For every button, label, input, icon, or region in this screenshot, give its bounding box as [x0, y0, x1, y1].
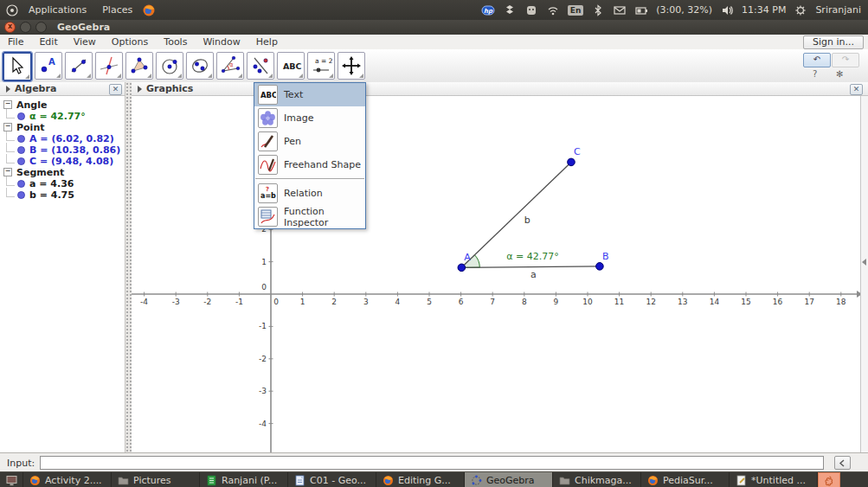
circle-tool-button[interactable] [156, 52, 183, 80]
collapse-toggle-icon[interactable]: − [3, 100, 12, 109]
visibility-bullet-icon[interactable] [17, 180, 25, 188]
workspace-highlight-button[interactable] [818, 472, 840, 487]
tool-dropdown-corner-icon[interactable] [299, 74, 303, 78]
firefox-indicator-icon[interactable] [142, 3, 156, 17]
visibility-bullet-icon[interactable] [17, 112, 25, 120]
window-titlebar[interactable]: x GeoGebra [0, 20, 868, 35]
menu-tools[interactable]: Tools [156, 36, 195, 48]
collapse-toggle-icon[interactable]: − [3, 123, 12, 131]
tool-dropdown-corner-icon[interactable] [238, 74, 242, 78]
taskbar-item-editing-g-[interactable]: Editing G... [376, 472, 465, 487]
preferences-gear-icon[interactable]: ✻ [836, 69, 843, 79]
menu-window[interactable]: Window [195, 36, 248, 48]
show-desktop-button[interactable] [0, 472, 23, 487]
polygon-tool-button[interactable] [125, 52, 153, 80]
panel-collapse-arrow-icon[interactable] [862, 259, 866, 266]
tool-dropdown-corner-icon[interactable] [359, 74, 363, 78]
reflect-tool-button[interactable] [247, 52, 274, 80]
taskbar-item-activity-2-[interactable]: Activity 2.... [23, 472, 112, 487]
point-A[interactable] [458, 264, 466, 272]
point-B[interactable] [596, 263, 604, 271]
visibility-bullet-icon[interactable] [17, 146, 25, 154]
keyboard-layout-indicator[interactable]: En [568, 5, 584, 16]
menu-edit[interactable]: Edit [31, 36, 65, 48]
tool-dropdown-corner-icon[interactable] [208, 74, 212, 78]
conic-tool-button[interactable] [186, 52, 214, 80]
tool-dropdown-corner-icon[interactable] [147, 74, 151, 78]
slider-tool-button[interactable]: a = 2 [307, 52, 335, 80]
visibility-bullet-icon[interactable] [17, 135, 25, 143]
clock[interactable]: 11:34 PM [742, 4, 786, 16]
distro-icon[interactable] [5, 3, 19, 17]
algebra-item[interactable]: a = 4.36 [3, 178, 125, 189]
window-close-button[interactable]: x [4, 22, 16, 33]
taskbar-item-pictures[interactable]: Pictures [112, 472, 200, 487]
taskbar-item-chikmaga-[interactable]: Chikmaga... [553, 472, 641, 487]
mail-icon[interactable] [613, 3, 627, 17]
tool-dropdown-corner-icon[interactable] [268, 74, 273, 78]
angle-tool-button[interactable]: α [216, 52, 244, 80]
menu-item-relation[interactable]: a=b?Relation [254, 182, 365, 205]
menu-item-image[interactable]: Image [254, 106, 365, 130]
graphics-canvas[interactable]: -4-3-2-10123456789101112131415161718210-… [132, 96, 861, 452]
taskbar-item-c01-geo-[interactable]: C01 - Geo... [288, 472, 376, 487]
window-minimize-button[interactable] [20, 22, 31, 33]
visibility-bullet-icon[interactable] [17, 157, 25, 165]
move-tool-button[interactable] [3, 52, 32, 81]
point-C[interactable] [568, 158, 575, 166]
algebra-item[interactable]: C = (9.48, 4.08) [3, 156, 125, 166]
algebra-item[interactable]: A = (6.02, 0.82) [3, 133, 125, 144]
menu-view[interactable]: View [66, 36, 104, 48]
tool-dropdown-corner-icon[interactable] [117, 74, 121, 78]
webcam-icon[interactable] [524, 3, 538, 17]
tool-dropdown-corner-icon[interactable] [56, 74, 61, 78]
dropbox-icon[interactable] [503, 3, 517, 17]
collapse-toggle-icon[interactable]: − [3, 168, 12, 176]
segment-a[interactable] [461, 266, 600, 267]
bluetooth-icon[interactable] [591, 3, 605, 17]
visibility-bullet-icon[interactable] [17, 191, 25, 199]
input-help-toggle-button[interactable] [834, 456, 851, 470]
point-tool-button[interactable]: A [35, 52, 62, 80]
undo-button[interactable]: ↶ [803, 53, 831, 67]
window-maximize-button[interactable] [35, 22, 47, 33]
menu-file[interactable]: File [0, 36, 31, 48]
move-view-tool-button[interactable] [338, 52, 365, 80]
session-gear-icon[interactable] [794, 3, 807, 17]
tool-dropdown-corner-icon[interactable] [177, 74, 182, 78]
help-button[interactable]: ? [813, 69, 817, 79]
battery-icon[interactable] [634, 3, 648, 17]
redo-button[interactable]: ↷ [832, 53, 859, 67]
line-tool-button[interactable] [65, 52, 93, 80]
algebra-group-segment[interactable]: −Segment [3, 167, 125, 177]
taskbar-item-ranjani-p-[interactable]: Ranjani (P... [200, 472, 288, 487]
algebra-item[interactable]: α = 42.77° [3, 111, 125, 121]
graphics-panel-toggle-icon[interactable] [138, 86, 142, 93]
input-field[interactable] [40, 456, 824, 470]
algebra-panel-toggle-icon[interactable] [6, 86, 10, 93]
volume-icon[interactable] [720, 3, 734, 17]
tool-dropdown-corner-icon[interactable] [87, 74, 91, 78]
taskbar-item-pediasur-[interactable]: PediaSur... [641, 472, 730, 487]
menu-item-pen[interactable]: Pen [254, 130, 365, 153]
text-tool-button[interactable]: ABC [277, 52, 305, 80]
taskbar-item--untitled-[interactable]: *Untitled ... [730, 472, 818, 487]
wifi-icon[interactable] [546, 3, 560, 17]
algebra-item[interactable]: B = (10.38, 0.86) [3, 144, 125, 155]
perpendicular-tool-button[interactable] [95, 52, 123, 80]
menu-item-freehand-shape[interactable]: Freehand Shape [254, 153, 365, 176]
sign-in-button[interactable]: Sign in... [803, 35, 864, 49]
menu-item-text[interactable]: ABCText [254, 83, 365, 106]
algebra-group-angle[interactable]: −Angle [3, 99, 125, 110]
applications-menu[interactable]: Applications [23, 4, 93, 16]
taskbar-item-geogebra[interactable]: GeoGebra [465, 472, 553, 487]
menu-options[interactable]: Options [104, 36, 156, 48]
graphics-panel-close-button[interactable]: ✕ [850, 84, 863, 95]
menu-help[interactable]: Help [248, 36, 286, 48]
username[interactable]: Sriranjani [815, 4, 861, 16]
algebra-item[interactable]: b = 4.75 [3, 189, 125, 200]
menu-item-function-inspector[interactable]: Function Inspector [254, 205, 365, 228]
algebra-group-point[interactable]: −Point [3, 122, 125, 132]
places-menu[interactable]: Places [96, 4, 138, 16]
tool-dropdown-corner-icon[interactable] [329, 74, 333, 78]
